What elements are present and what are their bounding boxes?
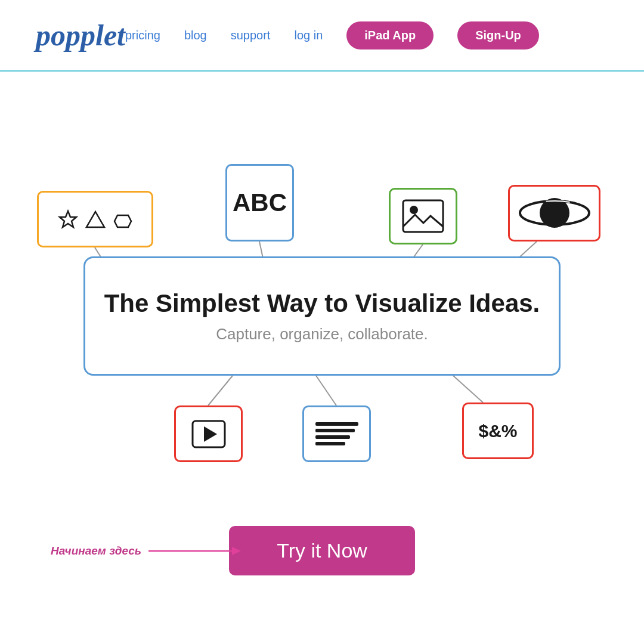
svg-point-11 (410, 206, 418, 214)
svg-marker-8 (86, 212, 104, 227)
nav-pricing[interactable]: pricing (125, 29, 160, 42)
logo[interactable]: popplet (36, 18, 125, 52)
svg-line-6 (453, 376, 483, 402)
start-label: Начинаем здесь (51, 544, 141, 558)
start-arrow (148, 544, 241, 558)
image-icon (401, 197, 445, 236)
shapes-icon (57, 209, 134, 230)
hero-center-box: The Simplest Way to Visualize Ideas. Cap… (83, 256, 561, 376)
svg-rect-10 (403, 200, 443, 232)
nav-blog[interactable]: blog (184, 29, 207, 42)
nav-login[interactable]: log in (294, 29, 323, 42)
svg-marker-9 (114, 215, 131, 227)
svg-marker-18 (232, 547, 241, 555)
symbols-icon: $&% (478, 421, 517, 441)
try-now-button[interactable]: Try it Now (229, 526, 415, 575)
planet-icon (516, 191, 593, 236)
planet-box (508, 185, 600, 242)
abc-icon: ABC (233, 188, 287, 217)
hero-title: The Simplest Way to Visualize Ideas. (104, 289, 540, 318)
svg-line-5 (316, 376, 336, 405)
nav-support[interactable]: support (231, 29, 271, 42)
image-box (389, 188, 457, 244)
signup-button[interactable]: Sign-Up (457, 21, 539, 49)
hero-subtitle: Capture, organize, collaborate. (216, 325, 428, 343)
abc-box: ABC (225, 164, 294, 242)
shapes-box (37, 191, 153, 247)
text-box (302, 405, 371, 462)
text-lines-icon (311, 417, 363, 450)
video-icon (191, 419, 227, 449)
ipad-app-button[interactable]: iPad App (346, 21, 434, 49)
cta-area: Начинаем здесь Try it Now (0, 526, 644, 575)
main-content: The Simplest Way to Visualize Ideas. Cap… (0, 72, 644, 644)
nav: pricing blog support log in iPad App Sig… (125, 21, 539, 49)
svg-line-4 (208, 376, 233, 405)
svg-marker-16 (204, 426, 217, 442)
header: popplet pricing blog support log in iPad… (0, 0, 644, 72)
symbols-box: $&% (462, 402, 534, 459)
svg-marker-7 (60, 211, 76, 227)
video-box (174, 405, 243, 462)
